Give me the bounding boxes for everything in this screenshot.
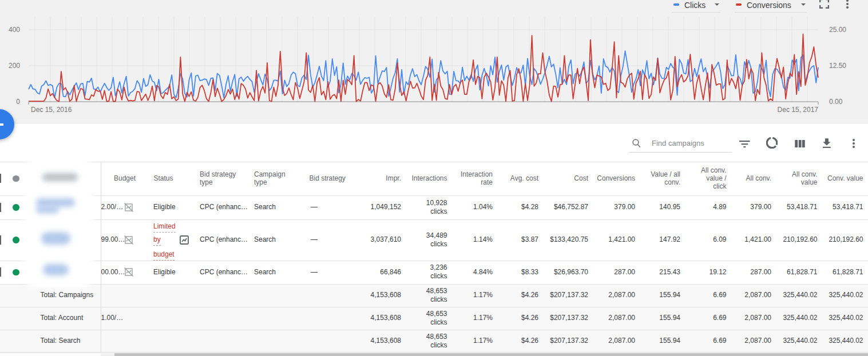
svg-text:400: 400	[9, 26, 20, 34]
svg-text:Dec 15, 2016: Dec 15, 2016	[31, 106, 72, 114]
svg-text:200: 200	[9, 62, 20, 70]
svg-text:Dec 15, 2017: Dec 15, 2017	[778, 106, 819, 114]
svg-text:25.00: 25.00	[829, 26, 846, 34]
svg-text:0: 0	[16, 98, 20, 106]
svg-text:12.50: 12.50	[829, 62, 846, 70]
svg-text:0.00: 0.00	[829, 98, 843, 106]
